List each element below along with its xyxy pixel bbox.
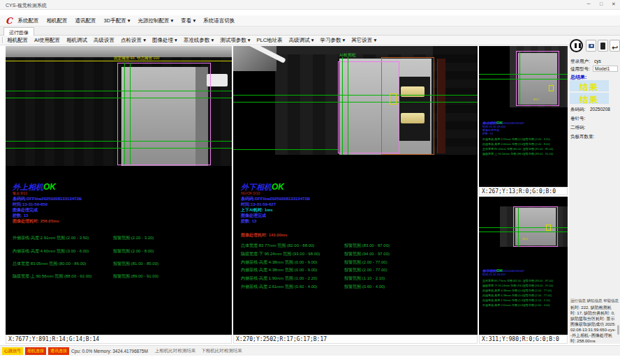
stop-green-vline [519, 52, 520, 105]
toolbar: 相机配置 AI使用配置 相机调试 高级设置 点检设置 ▾ 图像处理 ▾ 基准线参… [0, 36, 620, 45]
menu-3d-config[interactable]: 3D手配置 ▾ [104, 17, 131, 24]
sbot-mini-meas-4: 内侧基线-高度:4.38mm 范围:(0.00 - 9.00) [482, 294, 523, 297]
sbot-green-vline [518, 208, 519, 247]
sbot-yellow-value: 95.2 [522, 237, 528, 241]
close-icon[interactable]: ✕ [610, 1, 618, 7]
left-green-line-2 [6, 98, 232, 98]
result-box-bottom-text: 结果 [580, 95, 599, 105]
minimize-icon[interactable]: ─ [584, 1, 593, 7]
tool-ai-config[interactable]: AI使用配置 [34, 37, 60, 44]
menu-camera-config[interactable]: 相机配置 [47, 17, 68, 24]
return-button[interactable]: ↩ [610, 40, 620, 52]
maximize-icon[interactable]: □ [597, 1, 605, 7]
sbot-green-line-1 [479, 227, 568, 228]
login-user-label: 登录用户: [570, 59, 590, 65]
window-title: CYS-视觉检测系统 [6, 2, 47, 9]
tool-baseline-params[interactable]: 基准线参数 ▾ [184, 37, 214, 44]
tab-strip: 运行图像 [0, 26, 620, 36]
pause-button[interactable] [570, 39, 583, 52]
app-logo-icon: C [6, 17, 13, 25]
mid-alarm-1: 报警范围:(83.00 - 87.00) [344, 243, 390, 249]
small-bottom-image[interactable]: 95.2 [479, 197, 568, 250]
toolbar-grip [2, 37, 3, 43]
mid-green-line-3 [233, 149, 338, 150]
mid-alarm-3: 报警范围:(2.00 - 77.00) [344, 259, 388, 266]
sbot-mini-meas-1: 总体宽度:83.77mm 范围:(82.00 - 88.00) [482, 279, 523, 282]
menu-comm-config[interactable]: 通讯配置 [75, 17, 96, 24]
mid-alarm-2: 报警范围:(94.00 - 97.00) [344, 251, 390, 257]
left-measure-3: 总体宽度:83.05mm 范围:(80.00 - 86.00) [13, 261, 86, 267]
return-arrow-icon: ↩ [612, 43, 618, 52]
small-bottom-coordinate-bar: X:311;Y:980;R:0;G:0;B:0 [479, 335, 568, 344]
left-camera-name: 外上相机 [13, 183, 43, 191]
sbot-mini-meas-6: 外侧基线-高度:2.61mm 范围:(0.60 - 4.00) [482, 303, 523, 307]
menu-language-switch[interactable]: 系统语言切换 [203, 17, 235, 24]
mid-alarm-6: 报警范围:(0.60 - 4.00) [344, 284, 385, 290]
info-scrollbar[interactable] [617, 325, 619, 335]
heartbeat-status-badge: 心跳信号 [2, 347, 23, 355]
tab-count-label: 负极耳数量: [570, 134, 594, 140]
mid-corner-block [233, 46, 276, 71]
mid-green-line-2 [233, 102, 478, 103]
mid-measure-6: 外侧基线-高度:2.61mm 范围:(0.60 - 4.00) [241, 284, 317, 290]
tool-camera-config[interactable]: 相机配置 [7, 37, 28, 44]
tab-run-image[interactable]: 运行图像 [3, 27, 34, 36]
left-threshold-label: 固定阈值:93, 动态阈值:100 [114, 56, 159, 61]
sbot-yellow-marker [546, 225, 551, 231]
info-tabs[interactable]: 运行信息 缺陷信息 帮助信息 [570, 298, 619, 303]
tool-other-settings[interactable]: 其它设置 ▾ [351, 37, 376, 44]
small-top-image[interactable]: 83.7 [479, 46, 568, 107]
tool-advanced-settings[interactable]: 高级设置 [94, 37, 115, 44]
result-box-top: 结果 [570, 80, 609, 91]
mid-elapsed-text: 图像处理耗时: 143.00ms [241, 232, 288, 238]
camera-status-badge: 相机连接 [25, 347, 46, 355]
mid-exposure-text: NG/OK:0/10 [241, 191, 260, 195]
left-measure-1: 外侧基线-高度:2.91mm 范围:(2.00 - 3.50) [13, 235, 89, 241]
mid-dark-red-band [437, 59, 445, 153]
login-user-value: cys [594, 59, 601, 63]
middle-camera-image[interactable]: AI检测框 [233, 46, 478, 155]
middle-camera-view[interactable]: AI检测框 外下相机OK NG/OK:0/10 条码码:DFFIiiw20250… [233, 46, 478, 335]
tool-camera-debug[interactable]: 相机调试 [66, 37, 87, 44]
barcode-label: 条码码: [570, 107, 585, 113]
device-icon [600, 43, 605, 50]
small-top-camera-view[interactable]: 83.7 外上相机OK 条码码:DFFIiiw2025020813313472B… [479, 46, 568, 187]
menu-light-config[interactable]: 光源控制配置 ▾ [138, 17, 174, 24]
left-camera-view[interactable]: 固定阈值:93, 动态阈值:100 外上相机OK 曝光:8/10 条码码:DFF… [6, 46, 232, 335]
sbot-mini-time: 时间:13-31-59-627 [482, 273, 524, 276]
tool-advanced-debug[interactable]: 高级调试 ▾ [289, 37, 314, 44]
mid-measure-4: 内侧基线-高度:4.38mm 范围:(0.00 - 9.00) [241, 267, 317, 273]
left-green-line-3 [6, 141, 232, 142]
info-log-text: 耗时: 222, 缺陷检测耗时: 17, 缺陷分类耗时: 0, 缺陷提取分区耗时… [570, 305, 617, 344]
mid-measure-3: 内侧基线-高度:4.38mm 范围:(0.00 - 9.00) [241, 259, 317, 266]
tool-plc-table[interactable]: PLC地址表 [257, 37, 283, 44]
mid-ok-status: OK [272, 182, 284, 192]
left-yellow-line [6, 61, 232, 61]
left-exposure-text: 曝光:8/10 [13, 191, 27, 195]
stop-mini-meas-3: 总体宽度:83.05mm 范围:(80.00 - 86.00) [482, 147, 523, 151]
model-value-input[interactable]: Model1 [593, 66, 618, 72]
menu-view[interactable]: 查看 ▾ [181, 17, 195, 24]
stop-mini-cavity: 腔数: 13 [482, 132, 524, 135]
mid-camera-name: 外下相机 [241, 183, 272, 191]
tool-image-process[interactable]: 图像处理 ▾ [152, 37, 177, 44]
sbot-mini-meas-5: 内侧基线-高度:1.90mm 范围:(1.00 - 2.20) [482, 298, 523, 302]
left-green-vline-1 [124, 63, 125, 165]
tool-learn-params[interactable]: 学习参数 ▾ [320, 37, 345, 44]
sbot-mini-meas-3: 内侧基线-高度:4.38mm 范围:(0.00 - 9.00) [482, 289, 523, 292]
device-button[interactable] [598, 40, 608, 52]
tool-test-params[interactable]: 测试项参数 ▾ [220, 37, 250, 44]
camera-button[interactable] [586, 40, 596, 52]
status-bar: 心跳信号 相机连接 通讯连接 Cpu: 0.0% Memory: 3424.41… [0, 345, 620, 356]
camera-lens-icon [591, 45, 593, 47]
menu-bar: C 系统配置 相机配置 通讯配置 3D手配置 ▾ 光源控制配置 ▾ 查看 ▾ 系… [0, 15, 620, 26]
mid-ai-box-label: AI检测框 [339, 52, 356, 59]
upper-camera-compare-result: 上相机比对检测结果 [155, 348, 196, 354]
left-camera-image[interactable]: 固定阈值:93, 动态阈值:100 [6, 46, 232, 166]
small-bottom-camera-view[interactable]: 95.2 外下相机OK 条码码:DFFIiiw2025020813313472B… [479, 197, 568, 335]
tool-spot-check[interactable]: 点检设置 ▾ [121, 37, 146, 44]
left-ok-status: OK [43, 182, 56, 192]
stop-mini-meas-1: 外侧基线-高度:2.91mm 范围:(2.00 - 3.50) [482, 137, 523, 141]
stop-mini-alarm-3: 报警范围:(81.00 - 85.00) [523, 147, 563, 151]
menu-system-config[interactable]: 系统配置 [18, 17, 39, 24]
